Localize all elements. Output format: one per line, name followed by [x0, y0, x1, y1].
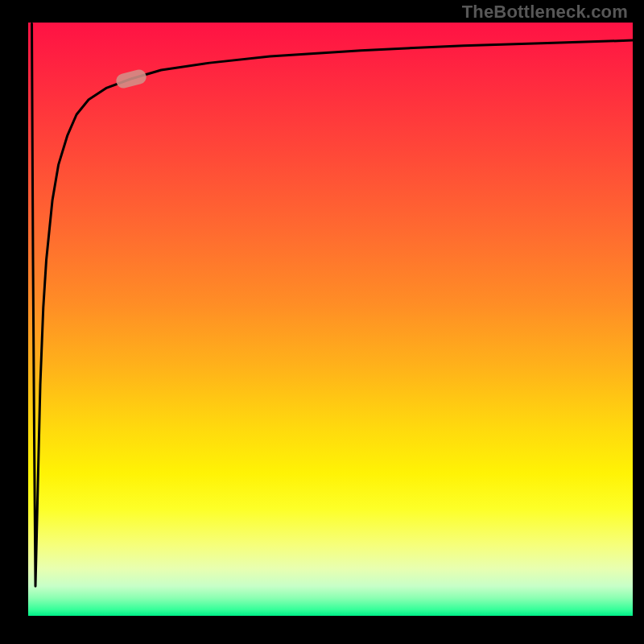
plot-area — [28, 23, 633, 616]
bottleneck-curve — [28, 23, 633, 616]
chart-canvas: TheBottleneck.com — [0, 0, 644, 644]
watermark-text: TheBottleneck.com — [462, 2, 628, 23]
